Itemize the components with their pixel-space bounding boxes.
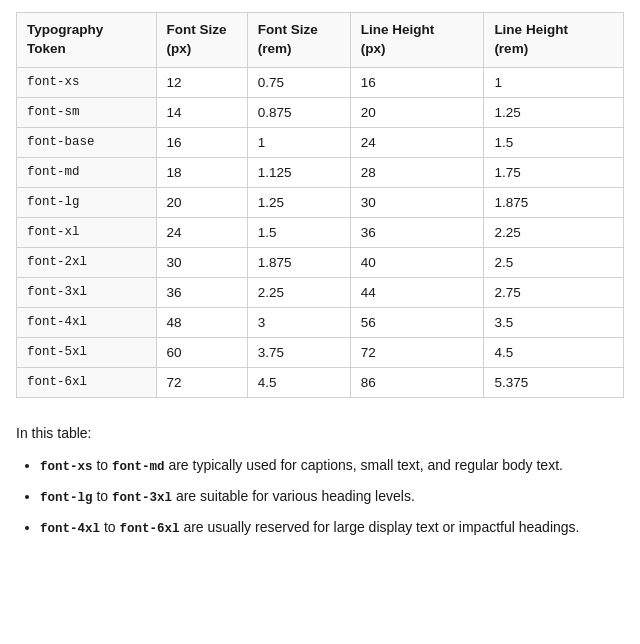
cell-font-size-rem: 1	[247, 127, 350, 157]
cell-font-size-px: 30	[156, 247, 247, 277]
cell-line-height-px: 28	[350, 157, 484, 187]
cell-line-height-px: 56	[350, 307, 484, 337]
list-item: font-xs to font-md are typically used fo…	[40, 454, 624, 477]
cell-token: font-lg	[17, 187, 157, 217]
table-row: font-4xl483563.5	[17, 307, 624, 337]
cell-line-height-rem: 2.75	[484, 277, 624, 307]
table-row: font-6xl724.5865.375	[17, 367, 624, 397]
cell-line-height-px: 20	[350, 97, 484, 127]
cell-font-size-rem: 1.125	[247, 157, 350, 187]
cell-line-height-rem: 1.25	[484, 97, 624, 127]
cell-token: font-6xl	[17, 367, 157, 397]
cell-font-size-rem: 1.25	[247, 187, 350, 217]
cell-font-size-rem: 1.5	[247, 217, 350, 247]
cell-font-size-px: 36	[156, 277, 247, 307]
cell-line-height-px: 86	[350, 367, 484, 397]
table-row: font-lg201.25301.875	[17, 187, 624, 217]
table-row: font-md181.125281.75	[17, 157, 624, 187]
cell-line-height-rem: 3.5	[484, 307, 624, 337]
cell-font-size-rem: 4.5	[247, 367, 350, 397]
cell-token: font-5xl	[17, 337, 157, 367]
table-row: font-xs120.75161	[17, 67, 624, 97]
table-row: font-3xl362.25442.75	[17, 277, 624, 307]
cell-token: font-3xl	[17, 277, 157, 307]
cell-line-height-px: 72	[350, 337, 484, 367]
cell-token: font-base	[17, 127, 157, 157]
header-line-height-px: Line Height(px)	[350, 13, 484, 68]
cell-line-height-rem: 2.5	[484, 247, 624, 277]
cell-font-size-px: 20	[156, 187, 247, 217]
cell-line-height-rem: 1.5	[484, 127, 624, 157]
cell-font-size-px: 48	[156, 307, 247, 337]
list-item: font-lg to font-3xl are suitable for var…	[40, 485, 624, 508]
cell-line-height-px: 40	[350, 247, 484, 277]
cell-font-size-px: 60	[156, 337, 247, 367]
cell-line-height-rem: 1.875	[484, 187, 624, 217]
cell-line-height-px: 30	[350, 187, 484, 217]
cell-font-size-rem: 0.75	[247, 67, 350, 97]
table-row: font-5xl603.75724.5	[17, 337, 624, 367]
cell-line-height-rem: 5.375	[484, 367, 624, 397]
cell-token: font-2xl	[17, 247, 157, 277]
cell-line-height-px: 16	[350, 67, 484, 97]
cell-line-height-rem: 1	[484, 67, 624, 97]
cell-line-height-rem: 4.5	[484, 337, 624, 367]
cell-line-height-px: 24	[350, 127, 484, 157]
cell-font-size-px: 24	[156, 217, 247, 247]
header-token: Typography Token	[17, 13, 157, 68]
cell-font-size-px: 16	[156, 127, 247, 157]
table-row: font-base161241.5	[17, 127, 624, 157]
cell-font-size-rem: 2.25	[247, 277, 350, 307]
cell-font-size-rem: 0.875	[247, 97, 350, 127]
header-font-size-px: Font Size(px)	[156, 13, 247, 68]
cell-font-size-rem: 1.875	[247, 247, 350, 277]
cell-token: font-md	[17, 157, 157, 187]
cell-line-height-rem: 1.75	[484, 157, 624, 187]
cell-font-size-px: 72	[156, 367, 247, 397]
cell-font-size-px: 14	[156, 97, 247, 127]
cell-token: font-sm	[17, 97, 157, 127]
prose-list: font-xs to font-md are typically used fo…	[16, 454, 624, 539]
cell-font-size-px: 18	[156, 157, 247, 187]
table-row: font-sm140.875201.25	[17, 97, 624, 127]
cell-token: font-xl	[17, 217, 157, 247]
list-item: font-4xl to font-6xl are usually reserve…	[40, 516, 624, 539]
cell-token: font-xs	[17, 67, 157, 97]
prose-section: In this table: font-xs to font-md are ty…	[16, 418, 624, 551]
cell-font-size-px: 12	[156, 67, 247, 97]
typography-token-table: Typography Token Font Size(px) Font Size…	[16, 12, 624, 398]
cell-line-height-px: 36	[350, 217, 484, 247]
cell-line-height-rem: 2.25	[484, 217, 624, 247]
cell-font-size-rem: 3	[247, 307, 350, 337]
header-line-height-rem: Line Height(rem)	[484, 13, 624, 68]
prose-intro: In this table:	[16, 422, 624, 444]
cell-token: font-4xl	[17, 307, 157, 337]
table-row: font-2xl301.875402.5	[17, 247, 624, 277]
table-row: font-xl241.5362.25	[17, 217, 624, 247]
cell-line-height-px: 44	[350, 277, 484, 307]
header-font-size-rem: Font Size(rem)	[247, 13, 350, 68]
cell-font-size-rem: 3.75	[247, 337, 350, 367]
